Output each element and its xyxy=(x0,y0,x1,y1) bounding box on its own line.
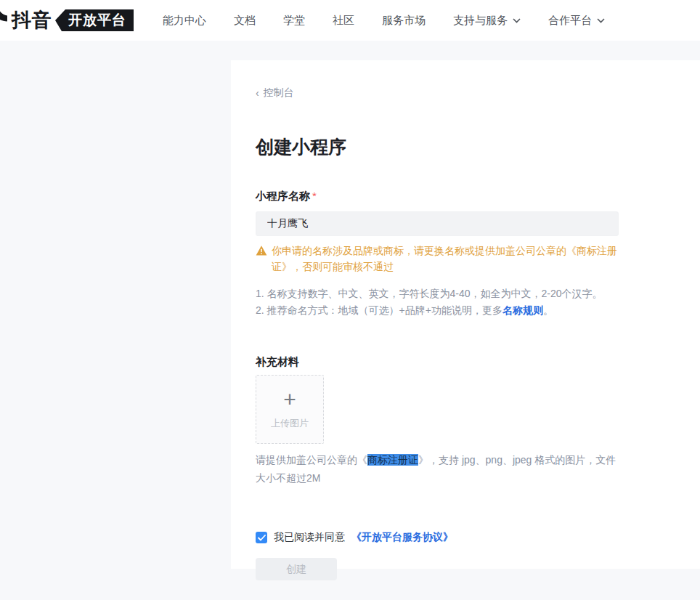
breadcrumb-label: 控制台 xyxy=(264,86,294,100)
open-platform-badge: 开放平台 xyxy=(55,9,134,31)
agreement-checkbox[interactable] xyxy=(256,532,267,543)
service-agreement-link[interactable]: 《开放平台服务协议》 xyxy=(351,531,453,544)
nav-item-docs[interactable]: 文档 xyxy=(234,14,256,28)
naming-tip-1: 1. 名称支持数字、中文、英文，字符长度为4-40，如全为中文，2-20个汉字。 xyxy=(256,285,626,302)
plus-icon: + xyxy=(283,389,296,410)
miniapp-name-input[interactable] xyxy=(256,211,619,236)
required-asterisk: * xyxy=(312,190,317,202)
miniapp-name-label: 小程序名称* xyxy=(256,190,700,203)
agreement-text: 我已阅读并同意 xyxy=(274,531,345,544)
name-warning-message: 你申请的名称涉及品牌或商标，请更换名称或提供加盖公司公章的《商标注册证》，否则可… xyxy=(256,243,619,275)
page-title: 创建小程序 xyxy=(256,136,700,158)
create-miniapp-panel: ‹ 控制台 创建小程序 小程序名称* 你申请的名称涉及品牌或商标，请更换名称或提… xyxy=(231,60,700,569)
upload-image-button[interactable]: + 上传图片 xyxy=(256,375,324,444)
naming-tip-2: 2. 推荐命名方式：地域（可选）+品牌+功能说明，更多名称规则。 xyxy=(256,302,626,319)
trademark-cert-highlight: 商标注册证 xyxy=(367,454,418,466)
name-rules-link[interactable]: 名称规则 xyxy=(502,304,543,316)
douyin-logo[interactable]: 抖音 开放平台 xyxy=(0,0,134,41)
nav-item-capability-center[interactable]: 能力中心 xyxy=(163,14,206,28)
naming-tips: 1. 名称支持数字、中文、英文，字符长度为4-40，如全为中文，2-20个汉字。… xyxy=(256,285,626,319)
chevron-down-icon xyxy=(513,18,521,23)
check-icon xyxy=(258,535,266,541)
supplement-material-label: 补充材料 xyxy=(256,355,700,369)
nav-item-partner-platform[interactable]: 合作平台 xyxy=(548,14,605,28)
chevron-down-icon xyxy=(597,18,605,23)
warning-text: 你申请的名称涉及品牌或商标，请更换名称或提供加盖公司公章的《商标注册证》，否则可… xyxy=(272,243,619,275)
nav-item-service-market[interactable]: 服务市场 xyxy=(382,14,426,28)
brand-name: 抖音 xyxy=(12,7,52,33)
nav-item-community[interactable]: 社区 xyxy=(333,14,354,28)
nav-item-support-services[interactable]: 支持与服务 xyxy=(453,14,521,28)
create-button[interactable]: 创建 xyxy=(256,558,337,580)
warning-triangle-icon xyxy=(256,245,267,256)
chevron-left-icon: ‹ xyxy=(256,87,259,99)
upload-image-label: 上传图片 xyxy=(271,417,309,430)
agreement-row: 我已阅读并同意《开放平台服务协议》 xyxy=(256,531,700,544)
nav-item-academy[interactable]: 学堂 xyxy=(283,14,305,28)
breadcrumb-back-console[interactable]: ‹ 控制台 xyxy=(256,86,294,100)
main-nav: 能力中心 文档 学堂 社区 服务市场 支持与服务 合作平台 xyxy=(163,14,632,28)
douyin-note-icon xyxy=(0,4,7,36)
top-navbar: 抖音 开放平台 能力中心 文档 学堂 社区 服务市场 支持与服务 合作平台 xyxy=(0,0,700,41)
upload-description: 请提供加盖公司公章的《商标注册证》，支持 jpg、png、jpeg 格式的图片，… xyxy=(256,451,620,487)
